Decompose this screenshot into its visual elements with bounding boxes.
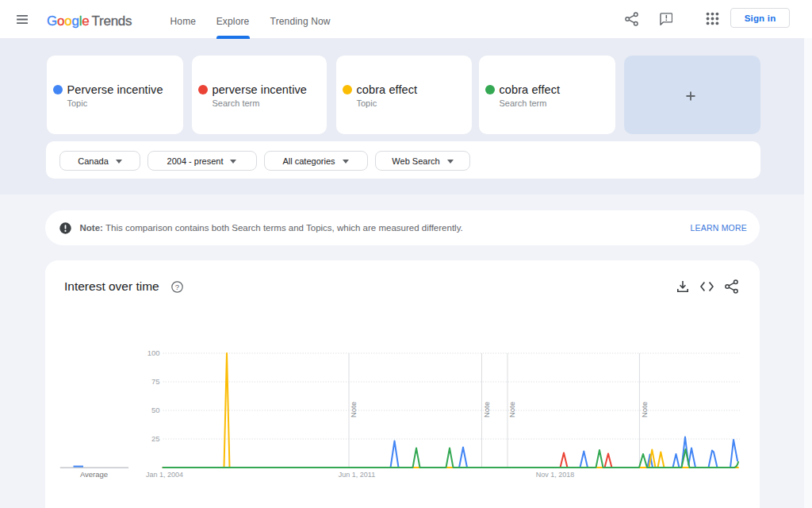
svg-text:Jun 1, 2011: Jun 1, 2011 [339, 471, 375, 479]
svg-text:75: 75 [151, 377, 160, 386]
svg-text:Note: Note [349, 402, 358, 418]
svg-text:Note: Note [508, 402, 516, 418]
svg-text:Jan 1, 2004: Jan 1, 2004 [146, 471, 183, 479]
svg-text:50: 50 [151, 406, 160, 414]
svg-text:Note: Note [640, 402, 649, 418]
svg-text:Average: Average [80, 470, 108, 479]
svg-text:Nov 1, 2018: Nov 1, 2018 [536, 471, 575, 479]
svg-text:Note: Note [482, 402, 491, 418]
svg-text:100: 100 [147, 348, 160, 357]
svg-text:25: 25 [151, 434, 160, 443]
